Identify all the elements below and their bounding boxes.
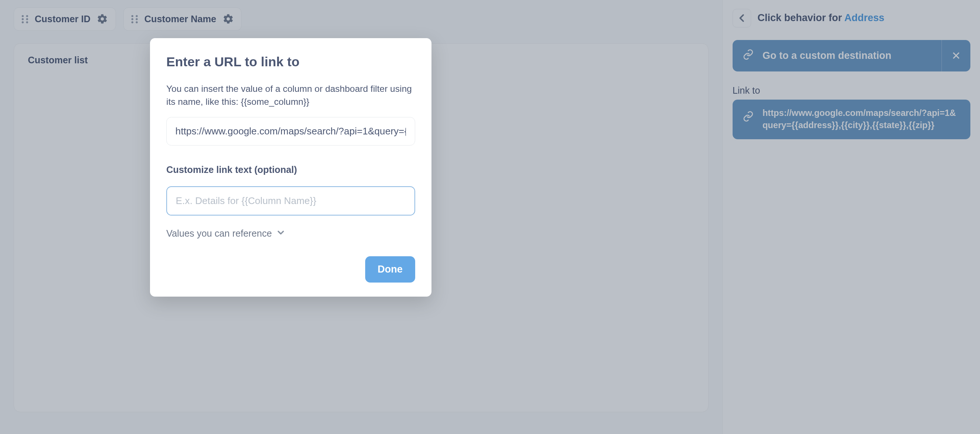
url-modal: Enter a URL to link to You can insert th… <box>150 38 431 297</box>
customize-link-text-label: Customize link text (optional) <box>166 164 415 175</box>
modal-title: Enter a URL to link to <box>166 54 415 70</box>
modal-hint: You can insert the value of a column or … <box>166 82 415 108</box>
done-button[interactable]: Done <box>365 256 415 283</box>
modal-scrim[interactable] <box>0 0 980 434</box>
values-reference-toggle[interactable]: Values you can reference <box>166 228 415 239</box>
link-text-input[interactable] <box>166 186 415 216</box>
chevron-down-icon <box>277 228 285 239</box>
values-reference-label: Values you can reference <box>166 228 272 239</box>
url-input[interactable] <box>166 117 415 146</box>
